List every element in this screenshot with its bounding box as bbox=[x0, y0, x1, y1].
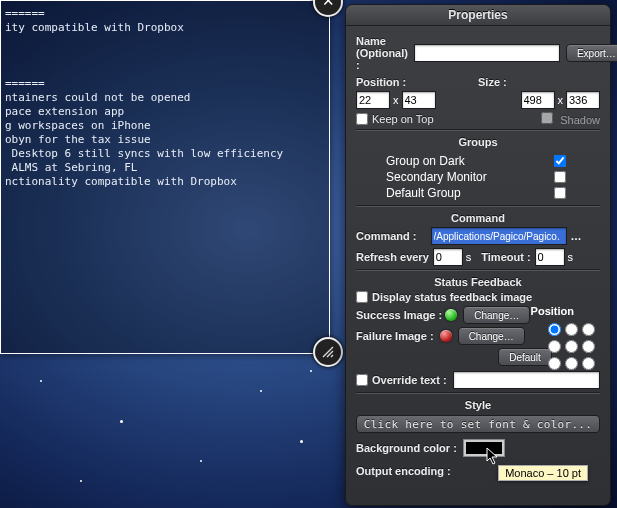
size-h-field[interactable] bbox=[566, 91, 600, 109]
change-success-button[interactable]: Change… bbox=[463, 306, 530, 324]
groups-list: Group on DarkSecondary MonitorDefault Gr… bbox=[356, 151, 600, 203]
position-radio-mr[interactable] bbox=[582, 340, 595, 353]
pos-x-field[interactable] bbox=[356, 91, 390, 109]
default-button[interactable]: Default bbox=[498, 348, 552, 366]
change-failure-button[interactable]: Change… bbox=[458, 327, 525, 345]
background-color-label: Background color : bbox=[356, 442, 457, 454]
failure-dot-icon bbox=[440, 330, 452, 342]
groups-title: Groups bbox=[356, 136, 600, 148]
position-grid-label: Position bbox=[531, 305, 574, 317]
position-grid bbox=[548, 323, 598, 373]
success-dot-icon bbox=[445, 309, 457, 321]
s-unit-1: s bbox=[466, 251, 472, 263]
export-button[interactable]: Export… bbox=[566, 44, 617, 62]
position-radio-mc[interactable] bbox=[565, 340, 578, 353]
group-label: Group on Dark bbox=[386, 154, 465, 168]
x-sep: x bbox=[393, 94, 399, 106]
command-title: Command bbox=[356, 212, 600, 224]
group-checkbox[interactable] bbox=[554, 187, 566, 199]
position-radio-br[interactable] bbox=[582, 357, 595, 370]
pos-y-field[interactable] bbox=[402, 91, 436, 109]
override-text-checkbox[interactable] bbox=[356, 374, 368, 386]
panel-title: Properties bbox=[346, 5, 610, 26]
name-label: Name (Optional) : bbox=[356, 35, 408, 71]
group-label: Secondary Monitor bbox=[386, 170, 487, 184]
name-field[interactable] bbox=[414, 44, 560, 62]
font-tooltip: Monaco – 10 pt bbox=[498, 465, 588, 481]
output-encoding-label: Output encoding : bbox=[356, 465, 451, 477]
failure-image-label: Failure Image : bbox=[356, 330, 434, 342]
command-label: Command : bbox=[356, 230, 417, 242]
position-radio-ml[interactable] bbox=[548, 340, 561, 353]
properties-panel: Properties Name (Optional) : Export… Pos… bbox=[345, 4, 611, 506]
x-sep-2: x bbox=[558, 94, 564, 106]
keep-on-top-label: Keep on Top bbox=[372, 113, 434, 125]
resize-handle[interactable] bbox=[313, 337, 343, 367]
size-w-field[interactable] bbox=[521, 91, 555, 109]
override-text-field[interactable] bbox=[453, 371, 600, 389]
size-label: Size : bbox=[478, 76, 507, 88]
timeout-field[interactable] bbox=[535, 248, 565, 266]
status-title: Status Feedback bbox=[356, 276, 600, 288]
command-field[interactable] bbox=[431, 227, 567, 245]
shadow-label: Shadow bbox=[560, 114, 600, 126]
s-unit-2: s bbox=[568, 251, 574, 263]
success-image-label: Success Image : bbox=[356, 309, 442, 321]
style-title: Style bbox=[356, 399, 600, 411]
timeout-label: Timeout : bbox=[481, 251, 530, 263]
shadow-checkbox[interactable] bbox=[541, 112, 553, 124]
position-label: Position : bbox=[356, 76, 406, 88]
position-radio-tr[interactable] bbox=[582, 323, 595, 336]
font-color-button[interactable]: Click here to set font & color... bbox=[356, 415, 600, 433]
position-radio-bc[interactable] bbox=[565, 357, 578, 370]
group-checkbox[interactable] bbox=[554, 171, 566, 183]
position-radio-tl[interactable] bbox=[548, 323, 561, 336]
refresh-field[interactable] bbox=[433, 248, 463, 266]
group-row: Secondary Monitor bbox=[386, 169, 570, 185]
position-radio-bl[interactable] bbox=[548, 357, 561, 370]
geeklet-window[interactable]: ✕ ====== ity compatible with Dropbox ===… bbox=[0, 0, 330, 354]
geeklet-output: ====== ity compatible with Dropbox =====… bbox=[1, 1, 329, 195]
group-label: Default Group bbox=[386, 186, 461, 200]
command-more-icon[interactable]: … bbox=[567, 230, 582, 242]
group-row: Default Group bbox=[386, 185, 570, 201]
position-radio-tc[interactable] bbox=[565, 323, 578, 336]
display-status-label: Display status feedback image bbox=[372, 291, 532, 303]
group-row: Group on Dark bbox=[386, 153, 570, 169]
keep-on-top-checkbox[interactable] bbox=[356, 113, 368, 125]
group-checkbox[interactable] bbox=[554, 155, 566, 167]
refresh-label: Refresh every bbox=[356, 251, 429, 263]
override-text-label: Override text : bbox=[372, 374, 447, 386]
background-color-swatch[interactable] bbox=[463, 439, 505, 457]
display-status-checkbox[interactable] bbox=[356, 291, 368, 303]
